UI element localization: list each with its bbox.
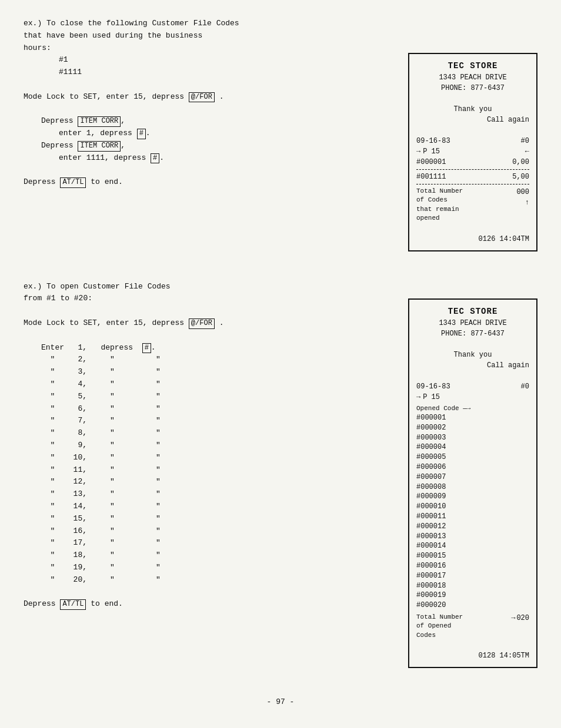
code-11: #000011 (416, 512, 529, 522)
receipt-2-total-l2: of Opened (416, 622, 463, 630)
code-4: #000004 (416, 442, 529, 452)
receipt-2-total-l1: Total Number (416, 613, 463, 622)
arrow-total-2: → (511, 613, 515, 623)
enter-row-9: " 9, " " (24, 440, 396, 452)
step1-line-2: Mode Lock to SET, enter 15, depress @/FO… (24, 317, 396, 330)
enter-row-5: " 5, " " (24, 391, 396, 403)
step3a-line: Depress ITEM CORR, (24, 140, 396, 152)
code-19: #000019 (416, 591, 529, 600)
receipt-2-footer: 0128 14:05TM (416, 650, 529, 661)
step4-line: Depress AT/TL to end. (24, 176, 396, 189)
receipt-1-total-l1: Total Number (416, 187, 463, 196)
receipt-1-prow: → P 15 ← (416, 146, 529, 157)
enter-row-3: " 3, " " (24, 366, 396, 378)
enter-row-15: " 15, " " (24, 513, 396, 525)
receipt-1-total-l3: that remain (416, 205, 463, 214)
receipt-1-hash: #0 (521, 136, 529, 146)
receipt-1-footer: 0126 14:04TM (416, 234, 529, 244)
hash-key-2: # (151, 153, 159, 164)
receipt-1-code2num: #001111 (416, 172, 446, 182)
receipt-1-thankyou: Thank you (416, 104, 529, 115)
arrow-right-1: → (416, 146, 420, 157)
code-1: #000001 (416, 413, 529, 423)
enter-row-18: " 18, " " (24, 549, 396, 562)
enter-row-6: " 6, " " (24, 403, 396, 415)
code-13: #000013 (416, 532, 529, 542)
receipt-2-daterow: 09-16-83 #0 (416, 381, 529, 392)
code-15: #000015 (416, 551, 529, 561)
receipt-2-codes: #000001 #000002 #000003 #000004 #000005 … (416, 413, 529, 610)
code-6: #000006 (416, 462, 529, 472)
receipt-1-p: P 15 (423, 146, 440, 157)
step2a-text: Depress (41, 116, 74, 125)
receipt-2: TEC STORE 1343 PEACH DRIVE PHONE: 877-64… (408, 298, 537, 669)
receipt-2-date: 09-16-83 (416, 381, 450, 392)
at-tl-key-2: AT/TL (60, 599, 86, 610)
enter-row-8: " 8, " " (24, 427, 396, 440)
receipt-2-store: TEC STORE (416, 306, 529, 318)
receipt-2-hash: #0 (521, 381, 529, 392)
receipt-2-p: P 15 (423, 392, 440, 402)
receipt-1-total-l2: of Codes (416, 196, 463, 204)
arrow-right-2: → (416, 392, 420, 402)
ex-label-1: ex.) To close the following Customer Fil… (24, 18, 396, 30)
code1: #1 (24, 54, 396, 66)
receipt-2-address: 1343 PEACH DRIVE (416, 318, 529, 328)
receipt-2-total-l3: Codes (416, 631, 463, 640)
receipt-2-callagain: Call again (416, 360, 529, 371)
enter-row-7: " 7, " " (24, 415, 396, 427)
code-7: #000007 (416, 472, 529, 482)
receipt-1: TEC STORE 1343 PEACH DRIVE PHONE: 877-64… (408, 53, 537, 251)
step2b-line: enter 1, depress #. (24, 128, 396, 140)
code-17: #000017 (416, 571, 529, 581)
code-18: #000018 (416, 581, 529, 591)
step1-text-2: Mode Lock to SET, enter 15, depress (24, 318, 184, 327)
code-16: #000016 (416, 561, 529, 571)
section-2: ex.) To open Customer File Codes from #1… (24, 281, 537, 669)
code-8: #000008 (416, 482, 529, 492)
receipt-1-address: 1343 PEACH DRIVE (416, 72, 529, 83)
enter-row-19: " 19, " " (24, 562, 396, 574)
opened-code-text: Opened Code (416, 405, 459, 412)
receipt-1-phone: PHONE: 877-6437 (416, 83, 529, 93)
receipt-1-code2val: 5,00 (512, 172, 529, 182)
receipt-2-thankyou: Thank you (416, 350, 529, 360)
section-1: ex.) To close the following Customer Fil… (24, 18, 537, 251)
enter-row-17: " 17, " " (24, 537, 396, 549)
receipt-1-total-area: Total Number of Codes that remain opened… (416, 187, 529, 223)
code-12: #000012 (416, 522, 529, 532)
code-3: #000003 (416, 433, 529, 443)
receipt-1-daterow: 09-16-83 #0 (416, 136, 529, 146)
receipt-1-code2row: #001111 5,00 (416, 172, 529, 182)
step4-line-2: Depress AT/TL to end. (24, 598, 396, 610)
receipt-1-total-right: 000 ↑ (516, 187, 529, 208)
receipt-2-total-right: → 020 (511, 613, 529, 623)
step3b-text: enter 1111, depress (59, 153, 146, 162)
code-14: #000014 (416, 541, 529, 551)
gap (24, 269, 537, 281)
arrow-left-1: ← (525, 146, 529, 157)
enter-row-20: " 20, " " (24, 574, 396, 586)
ex-line2-2: from #1 to #20: (24, 293, 396, 305)
receipt-1-date: 09-16-83 (416, 136, 450, 146)
step4-end-2: to end. (91, 599, 123, 608)
step4-end: to end. (91, 177, 123, 186)
at-for-key-2: @/FOR (189, 318, 215, 329)
code-2: #000002 (416, 423, 529, 433)
receipt-1-store: TEC STORE (416, 60, 529, 72)
receipt-1-code1val: 0,00 (512, 157, 529, 167)
receipt-2-total-area: Total Number of Opened Codes → 020 (416, 613, 529, 640)
enter-row-11: " 11, " " (24, 464, 396, 477)
code-5: #000005 (416, 452, 529, 462)
step2b-text: enter 1, depress (59, 129, 132, 137)
step4-text: Depress (24, 177, 56, 186)
ex-line3-1: hours: (24, 42, 396, 55)
item-corr-key-1: ITEM CORR (78, 116, 121, 127)
receipt-1-total-val: 000 (516, 187, 529, 197)
step2a-line: Depress ITEM CORR, (24, 115, 396, 128)
receipt-2-phone: PHONE: 877-6437 (416, 328, 529, 339)
receipt-1-code1num: #000001 (416, 157, 446, 167)
code-20: #000020 (416, 600, 529, 610)
enter-row-1: Enter 1, depress #. (24, 342, 396, 354)
receipt-1-code1row: #000001 0,00 (416, 157, 529, 167)
